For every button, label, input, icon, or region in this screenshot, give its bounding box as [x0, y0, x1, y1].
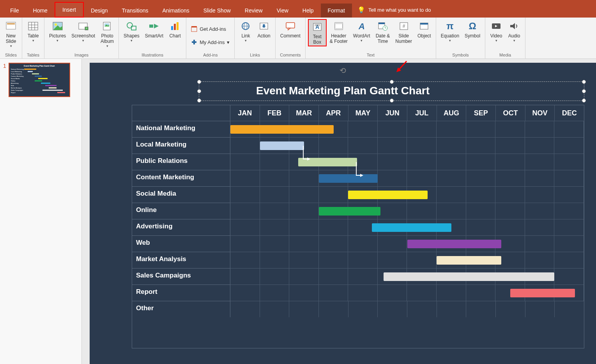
tab-format[interactable]: Format: [321, 4, 352, 18]
task-timeline: [230, 268, 584, 284]
gantt-bar[interactable]: [372, 223, 451, 232]
month-header: AUG: [437, 105, 467, 121]
svg-point-8: [55, 23, 57, 26]
symbol-icon: Ω: [466, 20, 479, 32]
ribbon-group-illustrations: Shapes ▾ SmartArt Chart Illustrations: [119, 18, 186, 58]
month-header: SEP: [466, 105, 496, 121]
ribbon-group-images: Pictures ▾ + Screenshot ▾ Photo Album ▾ …: [44, 18, 119, 58]
object-button[interactable]: Object: [415, 19, 433, 39]
gantt-row: Sales Campaigns: [132, 268, 584, 284]
addins-icon: [191, 39, 197, 45]
text-box-button[interactable]: A Text Box: [308, 19, 327, 46]
resize-handle[interactable]: [582, 80, 586, 84]
month-header: APR: [319, 105, 348, 121]
chart-button[interactable]: Chart: [166, 19, 184, 39]
task-timeline: [230, 137, 584, 154]
tab-file[interactable]: File: [3, 4, 26, 18]
gantt-bar[interactable]: [510, 289, 575, 297]
link-button[interactable]: Link ▾: [237, 19, 254, 43]
resize-handle[interactable]: [390, 99, 394, 102]
slide-number-button[interactable]: # Slide Number: [393, 19, 414, 45]
tab-home[interactable]: Home: [26, 4, 55, 18]
smartart-button[interactable]: SmartArt: [143, 19, 166, 39]
screenshot-button[interactable]: + Screenshot ▾: [69, 19, 97, 43]
task-name: Report: [132, 284, 230, 301]
pictures-button[interactable]: Pictures ▾: [47, 19, 68, 43]
shapes-button[interactable]: Shapes ▾: [121, 19, 142, 43]
screenshot-icon: +: [77, 20, 90, 32]
svg-text:#: #: [402, 23, 405, 29]
svg-rect-23: [191, 27, 197, 32]
slide-thumbnail-panel: 1 Event Marketing Plan Gantt Chart Natio…: [0, 59, 82, 364]
workspace: 1 Event Marketing Plan Gantt Chart Natio…: [0, 59, 596, 364]
gantt-row: Market Analysis: [132, 252, 584, 268]
gantt-bar[interactable]: [319, 207, 381, 216]
chart-title[interactable]: Event Marketing Plan Gantt Chart: [90, 85, 596, 97]
slide-thumbnail-1[interactable]: Event Marketing Plan Gantt Chart Nationa…: [9, 63, 70, 97]
slide-editor[interactable]: ⟲ Event Marketing Plan Gantt Chart JANFE…: [82, 59, 596, 364]
video-button[interactable]: Video ▾: [488, 19, 505, 43]
resize-handle[interactable]: [390, 80, 394, 84]
gantt-row: National Marketing: [132, 121, 584, 137]
symbol-button[interactable]: Ω Symbol: [462, 19, 483, 39]
task-timeline: [230, 203, 584, 219]
table-button[interactable]: Table ▾: [25, 19, 42, 43]
tab-transitions[interactable]: Transitions: [115, 4, 156, 18]
tab-insert[interactable]: Insert: [55, 2, 84, 18]
group-label: Illustrations: [121, 52, 184, 58]
chevron-down-icon: ▾: [245, 39, 247, 42]
svg-rect-24: [191, 26, 197, 27]
ribbon-group-links: Link ▾ Action Links: [235, 18, 275, 58]
menu-tab-bar: File Home Insert Design Transitions Anim…: [0, 0, 596, 18]
group-label: Slides: [2, 52, 19, 58]
gantt-bar[interactable]: [260, 141, 304, 150]
tell-me-search[interactable]: 💡 Tell me what you want to do: [352, 2, 436, 18]
equation-button[interactable]: π Equation ▾: [439, 19, 462, 43]
svg-text:A: A: [358, 21, 365, 31]
my-addins-button[interactable]: My Add-ins ▾: [189, 37, 232, 47]
chevron-down-icon: ▾: [513, 39, 515, 42]
link-icon: [239, 20, 252, 32]
svg-text:+: +: [85, 27, 87, 30]
chevron-down-icon: ▾: [106, 44, 108, 48]
slide-canvas[interactable]: ⟲ Event Marketing Plan Gantt Chart JANFE…: [90, 63, 596, 364]
gantt-bar[interactable]: [319, 174, 378, 183]
audio-button[interactable]: Audio ▾: [506, 19, 523, 43]
ribbon-group-comments: Comment Comments: [276, 18, 306, 58]
gantt-bar[interactable]: [230, 125, 334, 134]
wordart-button[interactable]: A WordArt ▾: [351, 19, 373, 43]
get-addins-button[interactable]: Get Add-ins: [189, 24, 228, 34]
tab-help[interactable]: Help: [295, 4, 321, 18]
gantt-bar[interactable]: [407, 240, 502, 248]
rotate-handle-icon[interactable]: ⟲: [340, 66, 346, 75]
svg-rect-39: [335, 28, 343, 30]
task-name: Other: [132, 301, 230, 317]
resize-handle[interactable]: [197, 99, 201, 102]
svg-rect-18: [149, 25, 153, 28]
tab-view[interactable]: View: [270, 4, 295, 18]
tab-design[interactable]: Design: [84, 4, 115, 18]
new-slide-button[interactable]: New Slide ▾: [2, 19, 19, 49]
tab-slideshow[interactable]: Slide Show: [196, 4, 238, 18]
gantt-bar[interactable]: [437, 256, 501, 265]
action-button[interactable]: Action: [255, 19, 272, 39]
tab-animations[interactable]: Animations: [155, 4, 196, 18]
shapes-icon: [125, 20, 138, 32]
date-time-button[interactable]: Date & Time: [373, 19, 393, 45]
action-icon: [258, 20, 270, 32]
task-name: Web: [132, 235, 230, 252]
gantt-bar[interactable]: [348, 191, 428, 199]
resize-handle[interactable]: [582, 99, 586, 102]
svg-rect-49: [420, 23, 428, 25]
ribbon-group-slides: New Slide ▾ Slides: [0, 18, 22, 58]
resize-handle[interactable]: [197, 80, 201, 84]
gantt-bar[interactable]: [384, 272, 554, 281]
gantt-chart[interactable]: JANFEBMARAPRMAYJUNJULAUGSEPOCTNOVDEC Nat…: [132, 105, 584, 348]
header-footer-button[interactable]: Header & Footer: [327, 19, 350, 45]
group-label: Add-ins: [189, 52, 232, 58]
comment-button[interactable]: Comment: [278, 19, 303, 39]
ribbon: New Slide ▾ Slides Table ▾ Tables Pictur…: [0, 18, 596, 59]
photo-album-button[interactable]: Photo Album ▾: [98, 19, 116, 49]
tab-review[interactable]: Review: [238, 4, 270, 18]
chevron-down-icon: ▾: [449, 39, 451, 42]
